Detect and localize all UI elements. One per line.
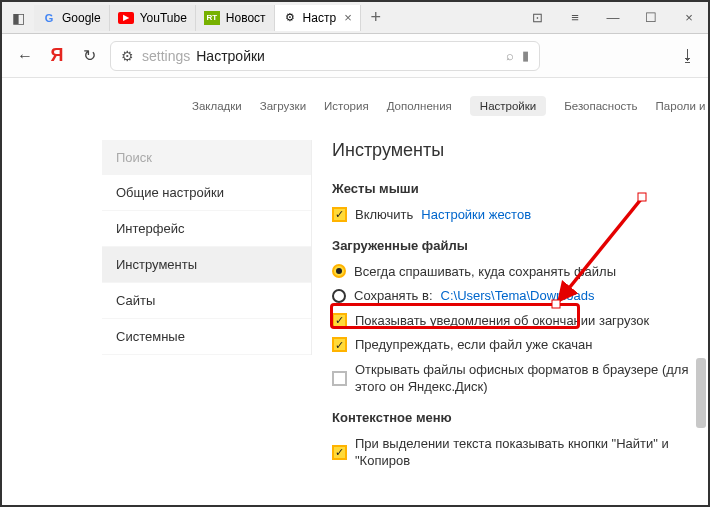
gear-icon: ⚙: [283, 11, 297, 25]
sidebar-item-interface[interactable]: Интерфейс: [102, 211, 311, 247]
checkbox-context-find-copy[interactable]: ✓: [332, 445, 347, 460]
settings-main: Инструменты Жесты мыши ✓ Включить Настро…: [332, 140, 690, 477]
omnibox[interactable]: ⚙ settings Настройки ⌕ ▮: [110, 41, 540, 71]
checkbox-download-warn[interactable]: ✓: [332, 337, 347, 352]
tab-label: Google: [62, 11, 101, 25]
checkbox-open-office[interactable]: ✓: [332, 371, 347, 386]
new-tab-button[interactable]: +: [361, 7, 391, 28]
url-path-dim: settings: [142, 48, 190, 64]
tab-settings[interactable]: ⚙ Настр ×: [275, 5, 361, 31]
topnav-security[interactable]: Безопасность: [564, 100, 637, 112]
rt-favicon: RT: [204, 11, 220, 25]
sidebar-item-tools[interactable]: Инструменты: [102, 247, 311, 283]
reload-button[interactable]: ↻: [78, 46, 100, 65]
settings-search-input[interactable]: Поиск: [102, 140, 311, 175]
google-favicon: G: [42, 11, 56, 25]
checkbox-enable-gestures[interactable]: ✓: [332, 207, 347, 222]
bookmark-icon[interactable]: ▮: [522, 48, 529, 63]
url-path-main: Настройки: [196, 48, 265, 64]
minimize-icon[interactable]: —: [594, 10, 632, 25]
label-open-office: Открывать файлы офисных форматов в брауз…: [355, 361, 690, 396]
topnav-addons[interactable]: Дополнения: [387, 100, 452, 112]
titlebar: ◧ G Google ▶ YouTube RT Новост ⚙ Настр ×…: [2, 2, 708, 34]
downloads-button[interactable]: ⭳: [680, 47, 696, 65]
tab-label: Новост: [226, 11, 266, 25]
gear-icon: ⚙: [121, 48, 134, 64]
tab-youtube[interactable]: ▶ YouTube: [110, 5, 196, 31]
link-download-path[interactable]: C:\Users\Tema\Downloads: [441, 287, 595, 305]
tab-label: YouTube: [140, 11, 187, 25]
sidebar-item-system[interactable]: Системные: [102, 319, 311, 355]
section-downloads: Загруженные файлы: [332, 238, 690, 253]
sidebar-toggle-icon[interactable]: ◧: [2, 10, 34, 26]
search-icon[interactable]: ⌕: [506, 48, 514, 63]
topnav-bookmarks[interactable]: Закладки: [192, 100, 242, 112]
page-heading: Инструменты: [332, 140, 690, 161]
topnav-settings[interactable]: Настройки: [470, 96, 546, 116]
topnav-passwords[interactable]: Пароли и карты: [656, 100, 710, 112]
link-gesture-settings[interactable]: Настройки жестов: [421, 206, 531, 224]
scrollbar-thumb[interactable]: [696, 358, 706, 428]
topnav-downloads[interactable]: Загрузки: [260, 100, 306, 112]
section-mouse-gestures: Жесты мыши: [332, 181, 690, 196]
checkbox-download-notify[interactable]: ✓: [332, 313, 347, 328]
window-controls: ⊡ ≡ — ☐ ×: [518, 10, 708, 25]
label-context-find-copy: При выделении текста показывать кнопки "…: [355, 435, 690, 470]
sidebar-item-sites[interactable]: Сайты: [102, 283, 311, 319]
close-window-icon[interactable]: ×: [670, 10, 708, 25]
youtube-favicon: ▶: [118, 12, 134, 24]
back-button[interactable]: ←: [14, 47, 36, 65]
menu-icon[interactable]: ≡: [556, 10, 594, 25]
label-download-notify: Показывать уведомления об окончании загр…: [355, 312, 649, 330]
maximize-icon[interactable]: ☐: [632, 10, 670, 25]
close-tab-icon[interactable]: ×: [344, 10, 352, 25]
radio-save-to[interactable]: [332, 289, 346, 303]
radio-always-ask[interactable]: [332, 264, 346, 278]
sidebar-item-general[interactable]: Общие настройки: [102, 175, 311, 211]
label-download-warn: Предупреждать, если файл уже скачан: [355, 336, 593, 354]
settings-top-nav: Закладки Загрузки История Дополнения Нас…: [192, 96, 680, 116]
tab-label: Настр: [303, 11, 337, 25]
label-always-ask: Всегда спрашивать, куда сохранять файлы: [354, 263, 616, 281]
label-enable-gestures: Включить: [355, 206, 413, 224]
topnav-history[interactable]: История: [324, 100, 369, 112]
settings-sidebar: Поиск Общие настройки Интерфейс Инструме…: [102, 140, 312, 355]
panel-icon[interactable]: ⊡: [518, 10, 556, 25]
address-bar: ← Я ↻ ⚙ settings Настройки ⌕ ▮ ⭳: [2, 34, 708, 78]
yandex-home-button[interactable]: Я: [46, 45, 68, 66]
label-save-to: Сохранять в:: [354, 287, 433, 305]
tab-google[interactable]: G Google: [34, 5, 110, 31]
settings-page: Закладки Загрузки История Дополнения Нас…: [2, 78, 708, 505]
section-context-menu: Контекстное меню: [332, 410, 690, 425]
tab-rt-news[interactable]: RT Новост: [196, 5, 275, 31]
